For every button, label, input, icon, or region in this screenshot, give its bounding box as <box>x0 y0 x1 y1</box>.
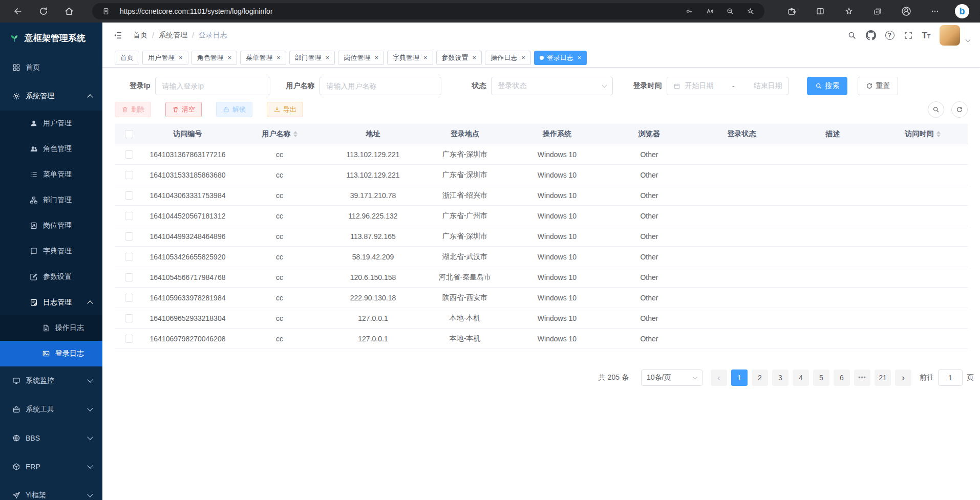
close-icon[interactable]: × <box>521 54 525 61</box>
page-button-3[interactable]: 3 <box>772 369 789 386</box>
prev-page-button[interactable]: ‹ <box>711 369 727 386</box>
page-button-1[interactable]: 1 <box>731 369 748 386</box>
page-button-6[interactable]: 6 <box>834 369 850 386</box>
col-access-time[interactable]: 访问时间 <box>878 129 968 139</box>
next-page-button[interactable]: › <box>895 369 911 386</box>
goto-page-input[interactable] <box>938 369 963 386</box>
refresh-icon[interactable] <box>35 3 52 20</box>
sidebar-item-dict-mgmt[interactable]: 字典管理 <box>0 238 102 264</box>
sort-icon[interactable] <box>293 131 297 137</box>
sidebar-item-role-mgmt[interactable]: 角色管理 <box>0 136 102 162</box>
extensions-icon[interactable] <box>783 3 800 20</box>
home-icon[interactable] <box>60 3 78 20</box>
login-time-range-picker[interactable]: 开始日期 - 结束日期 <box>667 77 789 95</box>
favorite-star-add-icon[interactable] <box>744 5 757 18</box>
tab-post-mgmt[interactable]: 岗位管理× <box>338 51 384 65</box>
clear-button[interactable]: 清空 <box>165 102 202 117</box>
font-size-icon[interactable]: TT <box>922 31 931 40</box>
row-checkbox[interactable] <box>125 314 133 322</box>
select-all-checkbox[interactable] <box>125 130 133 138</box>
breadcrumb-system-mgmt[interactable]: 系统管理 <box>159 31 187 40</box>
password-key-icon[interactable] <box>683 5 696 18</box>
login-ip-input[interactable] <box>155 77 270 95</box>
row-checkbox[interactable] <box>125 150 133 159</box>
sidebar-item-param-settings[interactable]: 参数设置 <box>0 264 102 290</box>
tab-dict-mgmt[interactable]: 字典管理× <box>387 51 433 65</box>
github-icon[interactable] <box>866 30 876 40</box>
sidebar-item-dept-mgmt[interactable]: 部门管理 <box>0 187 102 213</box>
status-select[interactable]: 登录状态 <box>491 77 613 95</box>
delete-button[interactable]: 删除 <box>115 102 151 117</box>
browser-profile-icon[interactable] <box>898 3 915 20</box>
sidebar-item-home[interactable]: 首页 <box>0 53 102 82</box>
refresh-table-icon[interactable] <box>951 101 968 118</box>
menu-fold-icon[interactable] <box>110 27 126 44</box>
sidebar-item-yi-framework[interactable]: Yi框架 <box>0 481 102 500</box>
sidebar-item-menu-mgmt[interactable]: 菜单管理 <box>0 162 102 187</box>
close-icon[interactable]: × <box>326 54 330 61</box>
close-icon[interactable]: × <box>578 54 582 61</box>
reset-button[interactable]: 重置 <box>858 77 898 95</box>
zoom-out-icon[interactable] <box>723 5 737 18</box>
search-icon[interactable] <box>847 31 857 40</box>
sidebar-item-post-mgmt[interactable]: 岗位管理 <box>0 213 102 238</box>
sidebar-item-operation-log[interactable]: 操作日志 <box>0 315 102 341</box>
favorites-bar-icon[interactable] <box>840 3 858 20</box>
site-info-icon[interactable] <box>99 5 113 18</box>
chevron-down-icon[interactable] <box>966 37 971 42</box>
back-icon[interactable] <box>9 3 27 20</box>
more-pages-button[interactable]: ••• <box>854 369 870 386</box>
read-aloud-icon[interactable] <box>703 5 716 18</box>
page-button-21[interactable]: 21 <box>875 369 891 386</box>
tab-param-settings[interactable]: 参数设置× <box>436 51 482 65</box>
toggle-search-icon[interactable] <box>928 101 944 118</box>
tab-menu-mgmt[interactable]: 菜单管理× <box>240 51 286 65</box>
page-button-5[interactable]: 5 <box>813 369 829 386</box>
collections-icon[interactable] <box>869 3 886 20</box>
page-size-select[interactable]: 10条/页 <box>641 369 702 386</box>
tab-login-log[interactable]: 登录日志× <box>534 51 587 65</box>
search-button[interactable]: 搜索 <box>807 77 847 95</box>
sidebar-item-monitor[interactable]: 系统监控 <box>0 366 102 395</box>
sidebar-item-system-mgmt[interactable]: 系统管理 <box>0 82 102 111</box>
row-checkbox[interactable] <box>125 294 133 302</box>
close-icon[interactable]: × <box>423 54 428 61</box>
sidebar-item-user-mgmt[interactable]: 用户管理 <box>0 111 102 136</box>
tab-role-mgmt[interactable]: 角色管理× <box>191 51 238 65</box>
sidebar-item-bbs[interactable]: BBS <box>0 424 102 452</box>
close-icon[interactable]: × <box>228 54 232 61</box>
help-icon[interactable]: ? <box>885 31 894 40</box>
row-checkbox[interactable] <box>125 335 133 343</box>
bing-copilot-icon[interactable]: b <box>955 4 969 18</box>
tab-operation-log[interactable]: 操作日志× <box>485 51 531 65</box>
row-checkbox[interactable] <box>125 232 133 241</box>
unlock-button[interactable]: 解锁 <box>216 102 252 117</box>
page-button-2[interactable]: 2 <box>752 369 768 386</box>
tab-user-mgmt[interactable]: 用户管理× <box>142 51 188 65</box>
sort-icon[interactable] <box>936 131 941 137</box>
tab-home[interactable]: 首页 <box>115 51 139 65</box>
close-icon[interactable]: × <box>276 54 281 61</box>
split-screen-icon[interactable] <box>812 3 829 20</box>
settings-menu-icon[interactable] <box>926 3 944 20</box>
row-checkbox[interactable] <box>125 273 133 281</box>
user-avatar[interactable] <box>940 25 960 46</box>
page-button-4[interactable]: 4 <box>793 369 809 386</box>
sidebar-item-tools[interactable]: 系统工具 <box>0 395 102 424</box>
sidebar-item-login-log[interactable]: 登录日志 <box>0 341 102 366</box>
fullscreen-icon[interactable] <box>904 31 913 40</box>
close-icon[interactable]: × <box>374 54 378 61</box>
tab-dept-mgmt[interactable]: 部门管理× <box>289 51 335 65</box>
sidebar-item-erp[interactable]: ERP <box>0 452 102 481</box>
col-username[interactable]: 用户名称 <box>232 129 327 139</box>
close-icon[interactable]: × <box>179 54 183 61</box>
row-checkbox[interactable] <box>125 171 133 179</box>
row-checkbox[interactable] <box>125 212 133 220</box>
username-input[interactable] <box>319 77 441 95</box>
export-button[interactable]: 导出 <box>267 102 303 117</box>
row-checkbox[interactable] <box>125 253 133 261</box>
sidebar-item-log-mgmt[interactable]: 日志管理 <box>0 290 102 315</box>
close-icon[interactable]: × <box>473 54 477 61</box>
breadcrumb-home[interactable]: 首页 <box>133 31 147 40</box>
row-checkbox[interactable] <box>125 191 133 200</box>
